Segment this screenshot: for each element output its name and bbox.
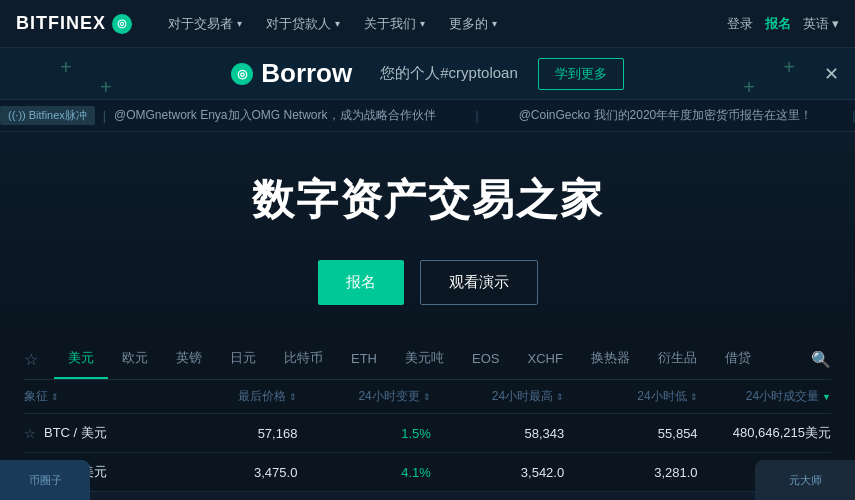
nav-item-traders[interactable]: 对于交易者 ▾ [156, 0, 254, 48]
tab-usd[interactable]: 美元 [54, 339, 108, 379]
col-symbol: 象征 ⇕ [24, 388, 164, 405]
login-button[interactable]: 登录 [727, 15, 753, 33]
sort-icon[interactable]: ⇕ [690, 392, 698, 402]
nav-item-about[interactable]: 关于我们 ▾ [352, 0, 437, 48]
banner-subtitle: 您的个人#cryptoloan [380, 64, 518, 83]
hero-buttons: 报名 观看演示 [318, 260, 538, 305]
ticker-content: @OMGnetwork Enya加入OMG Network，成为战略合作伙伴 |… [114, 107, 855, 124]
tab-eth[interactable]: ETH [337, 341, 391, 378]
symbol-cell: ☆ BTC / 美元 [24, 424, 164, 442]
nav-right: 登录 报名 英语 ▾ [727, 15, 839, 33]
col-volume: 24小时成交量 ▼ [698, 388, 831, 405]
market-tabs: ☆ 美元 欧元 英镑 日元 比特币 ETH 美元吨 EOS XCHF 换热器 [24, 335, 831, 380]
ticker-badge: ((·)) Bitfinex脉冲 [0, 106, 95, 125]
favorite-star-icon[interactable]: ☆ [24, 426, 36, 441]
news-ticker: ((·)) Bitfinex脉冲 | @OMGnetwork Enya加入OMG… [0, 100, 855, 132]
tab-btc[interactable]: 比特币 [270, 339, 337, 379]
sort-icon[interactable]: ⇕ [51, 392, 59, 402]
market-section: ☆ 美元 欧元 英镑 日元 比特币 ETH 美元吨 EOS XCHF 换热器 [0, 335, 855, 492]
navbar: BITFINEX ◎ 对于交易者 ▾ 对于贷款人 ▾ 关于我们 ▾ 更多的 ▾ … [0, 0, 855, 48]
ticker-item: @CoinGecko 我们的2020年年度加密货币报告在这里！ [519, 107, 813, 124]
tab-exchange[interactable]: 换热器 [577, 339, 644, 379]
chevron-down-icon: ▾ [335, 18, 340, 29]
logo-text: BITFINEX [16, 13, 106, 34]
banner-borrow: ◎ Borrow [231, 58, 352, 89]
low-cell: 3,281.0 [564, 465, 697, 480]
change-cell: 4.1% [297, 465, 430, 480]
watermark-left: 币圈子 [0, 460, 90, 500]
price-cell: 3,475.0 [164, 465, 297, 480]
logo-symbol: ◎ [117, 17, 128, 30]
banner-cta-button[interactable]: 学到更多 [538, 58, 624, 90]
chevron-down-icon: ▾ [420, 18, 425, 29]
tab-derivatives[interactable]: 衍生品 [644, 339, 711, 379]
tab-xchf[interactable]: XCHF [513, 341, 576, 378]
decorative-plus: + [100, 76, 112, 99]
col-change: 24小时变更 ⇕ [297, 388, 430, 405]
nav-item-more[interactable]: 更多的 ▾ [437, 0, 509, 48]
change-cell: 1.5% [297, 426, 430, 441]
hero-signup-button[interactable]: 报名 [318, 260, 404, 305]
banner-title: Borrow [261, 58, 352, 89]
table-row: ☆ BTC / 美元 57,168 1.5% 58,343 55,854 480… [24, 414, 831, 453]
search-icon[interactable]: 🔍 [811, 350, 831, 369]
tab-eos[interactable]: EOS [458, 341, 513, 378]
tab-eur[interactable]: 欧元 [108, 339, 162, 379]
favorites-star-icon[interactable]: ☆ [24, 350, 38, 369]
chevron-down-icon: ▾ [492, 18, 497, 29]
sort-icon[interactable]: ▼ [822, 392, 831, 402]
decorative-plus: + [783, 56, 795, 79]
sort-icon[interactable]: ⇕ [556, 392, 564, 402]
banner-close-button[interactable]: ✕ [824, 63, 839, 85]
tab-lending[interactable]: 借贷 [711, 339, 765, 379]
high-cell: 3,542.0 [431, 465, 564, 480]
symbol-text: BTC / 美元 [44, 424, 107, 442]
nav-links: 对于交易者 ▾ 对于贷款人 ▾ 关于我们 ▾ 更多的 ▾ [156, 0, 727, 48]
tab-usdt[interactable]: 美元吨 [391, 339, 458, 379]
borrow-icon: ◎ [231, 63, 253, 85]
nav-item-lenders[interactable]: 对于贷款人 ▾ [254, 0, 352, 48]
price-cell: 57,168 [164, 426, 297, 441]
volume-cell: 480,646,215美元 [698, 424, 831, 442]
high-cell: 58,343 [431, 426, 564, 441]
ticker-item: @OMGnetwork Enya加入OMG Network，成为战略合作伙伴 [114, 107, 436, 124]
tab-jpy[interactable]: 日元 [216, 339, 270, 379]
promo-banner: + + + + ◎ Borrow 您的个人#cryptoloan 学到更多 ✕ [0, 48, 855, 100]
col-high: 24小时最高 ⇕ [431, 388, 564, 405]
signup-button[interactable]: 报名 [765, 15, 791, 33]
logo-icon: ◎ [112, 14, 132, 34]
table-header: 象征 ⇕ 最后价格 ⇕ 24小时变更 ⇕ 24小时最高 ⇕ 24小时低 ⇕ 24… [24, 380, 831, 414]
ticker-separator: | [103, 109, 106, 123]
col-low: 24小时低 ⇕ [564, 388, 697, 405]
sort-icon[interactable]: ⇕ [423, 392, 431, 402]
tab-gbp[interactable]: 英镑 [162, 339, 216, 379]
decorative-plus: + [743, 76, 755, 99]
hero-demo-button[interactable]: 观看演示 [420, 260, 538, 305]
decorative-plus: + [60, 56, 72, 79]
language-selector[interactable]: 英语 ▾ [803, 15, 839, 33]
logo: BITFINEX ◎ [16, 13, 132, 34]
sort-icon[interactable]: ⇕ [289, 392, 297, 402]
market-table: 象征 ⇕ 最后价格 ⇕ 24小时变更 ⇕ 24小时最高 ⇕ 24小时低 ⇕ 24… [24, 380, 831, 492]
chevron-down-icon: ▾ [832, 16, 839, 31]
col-price: 最后价格 ⇕ [164, 388, 297, 405]
low-cell: 55,854 [564, 426, 697, 441]
watermark-right: 元大师 [755, 460, 855, 500]
hero-section: 数字资产交易之家 报名 观看演示 [0, 132, 855, 335]
chevron-down-icon: ▾ [237, 18, 242, 29]
hero-title: 数字资产交易之家 [252, 172, 604, 228]
table-row: ☆ ETH / 美元 3,475.0 4.1% 3,542.0 3,281.0 … [24, 453, 831, 492]
